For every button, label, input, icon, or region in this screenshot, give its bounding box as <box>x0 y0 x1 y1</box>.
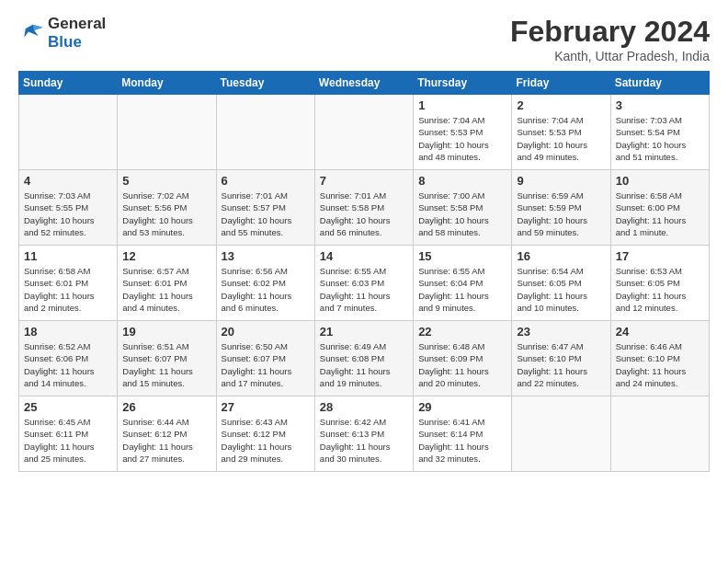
header-row: SundayMondayTuesdayWednesdayThursdayFrid… <box>19 72 710 95</box>
day-cell: 6Sunrise: 7:01 AM Sunset: 5:57 PM Daylig… <box>216 170 314 246</box>
day-number: 5 <box>122 174 210 188</box>
day-info: Sunrise: 6:53 AM Sunset: 6:05 PM Dayligh… <box>616 265 704 314</box>
day-info: Sunrise: 6:57 AM Sunset: 6:01 PM Dayligh… <box>122 265 210 314</box>
day-cell: 24Sunrise: 6:46 AM Sunset: 6:10 PM Dayli… <box>610 321 709 396</box>
day-number: 4 <box>24 174 112 188</box>
day-info: Sunrise: 7:03 AM Sunset: 5:55 PM Dayligh… <box>24 190 112 238</box>
day-number: 10 <box>616 174 704 188</box>
column-header-friday: Friday <box>512 72 610 95</box>
day-cell: 12Sunrise: 6:57 AM Sunset: 6:01 PM Dayli… <box>118 246 216 321</box>
day-number: 17 <box>616 249 704 263</box>
day-number: 26 <box>122 400 210 414</box>
day-number: 23 <box>517 325 605 339</box>
day-number: 9 <box>517 174 605 188</box>
day-number: 27 <box>222 400 310 414</box>
day-number: 3 <box>616 98 704 112</box>
week-row-4: 18Sunrise: 6:52 AM Sunset: 6:06 PM Dayli… <box>19 321 710 396</box>
day-number: 2 <box>517 98 605 112</box>
day-info: Sunrise: 6:55 AM Sunset: 6:03 PM Dayligh… <box>320 265 408 314</box>
day-cell: 8Sunrise: 7:00 AM Sunset: 5:58 PM Daylig… <box>414 170 512 246</box>
day-cell <box>610 396 709 472</box>
day-cell: 13Sunrise: 6:56 AM Sunset: 6:02 PM Dayli… <box>216 246 314 321</box>
week-row-1: 1Sunrise: 7:04 AM Sunset: 5:53 PM Daylig… <box>19 95 710 170</box>
day-number: 25 <box>24 400 112 414</box>
column-header-saturday: Saturday <box>610 72 709 95</box>
day-cell: 22Sunrise: 6:48 AM Sunset: 6:09 PM Dayli… <box>414 321 512 396</box>
logo-text: General Blue <box>48 15 106 52</box>
day-number: 29 <box>418 400 506 414</box>
day-cell: 4Sunrise: 7:03 AM Sunset: 5:55 PM Daylig… <box>19 170 118 246</box>
day-cell: 2Sunrise: 7:04 AM Sunset: 5:53 PM Daylig… <box>512 95 610 170</box>
day-cell: 17Sunrise: 6:53 AM Sunset: 6:05 PM Dayli… <box>610 246 709 321</box>
week-row-5: 25Sunrise: 6:45 AM Sunset: 6:11 PM Dayli… <box>19 396 710 472</box>
day-cell: 29Sunrise: 6:41 AM Sunset: 6:14 PM Dayli… <box>414 396 512 472</box>
day-cell: 20Sunrise: 6:50 AM Sunset: 6:07 PM Dayli… <box>216 321 314 396</box>
day-cell: 18Sunrise: 6:52 AM Sunset: 6:06 PM Dayli… <box>19 321 118 396</box>
day-number: 6 <box>222 174 310 188</box>
day-number: 28 <box>320 400 408 414</box>
day-number: 16 <box>517 249 605 263</box>
day-number: 18 <box>24 325 112 339</box>
day-cell: 26Sunrise: 6:44 AM Sunset: 6:12 PM Dayli… <box>118 396 216 472</box>
day-info: Sunrise: 6:58 AM Sunset: 6:00 PM Dayligh… <box>616 190 704 238</box>
day-info: Sunrise: 6:56 AM Sunset: 6:02 PM Dayligh… <box>222 265 310 314</box>
day-info: Sunrise: 6:48 AM Sunset: 6:09 PM Dayligh… <box>418 340 506 389</box>
day-number: 15 <box>418 249 506 263</box>
day-info: Sunrise: 6:42 AM Sunset: 6:13 PM Dayligh… <box>320 416 408 465</box>
day-info: Sunrise: 6:59 AM Sunset: 5:59 PM Dayligh… <box>517 190 605 238</box>
day-cell: 3Sunrise: 7:03 AM Sunset: 5:54 PM Daylig… <box>610 95 709 170</box>
day-info: Sunrise: 7:04 AM Sunset: 5:53 PM Dayligh… <box>517 114 605 163</box>
day-cell: 21Sunrise: 6:49 AM Sunset: 6:08 PM Dayli… <box>314 321 413 396</box>
day-info: Sunrise: 7:01 AM Sunset: 5:57 PM Dayligh… <box>222 190 310 238</box>
day-number: 13 <box>222 249 310 263</box>
day-info: Sunrise: 6:52 AM Sunset: 6:06 PM Dayligh… <box>24 340 112 389</box>
day-cell: 11Sunrise: 6:58 AM Sunset: 6:01 PM Dayli… <box>19 246 118 321</box>
day-number: 7 <box>320 174 408 188</box>
calendar-page: General Blue February 2024 Kanth, Uttar … <box>0 0 728 481</box>
day-info: Sunrise: 6:41 AM Sunset: 6:14 PM Dayligh… <box>418 416 506 465</box>
day-cell: 25Sunrise: 6:45 AM Sunset: 6:11 PM Dayli… <box>19 396 118 472</box>
day-number: 8 <box>418 174 506 188</box>
day-number: 12 <box>122 249 210 263</box>
day-info: Sunrise: 6:50 AM Sunset: 6:07 PM Dayligh… <box>222 340 310 389</box>
title-area: February 2024 Kanth, Uttar Pradesh, Indi… <box>510 15 710 63</box>
day-number: 21 <box>320 325 408 339</box>
day-info: Sunrise: 6:51 AM Sunset: 6:07 PM Dayligh… <box>122 340 210 389</box>
day-number: 14 <box>320 249 408 263</box>
day-cell: 19Sunrise: 6:51 AM Sunset: 6:07 PM Dayli… <box>118 321 216 396</box>
week-row-3: 11Sunrise: 6:58 AM Sunset: 6:01 PM Dayli… <box>19 246 710 321</box>
day-cell <box>216 95 314 170</box>
header: General Blue February 2024 Kanth, Uttar … <box>18 15 710 63</box>
location: Kanth, Uttar Pradesh, India <box>510 49 710 63</box>
month-title: February 2024 <box>510 15 710 49</box>
day-cell <box>118 95 216 170</box>
day-cell: 23Sunrise: 6:47 AM Sunset: 6:10 PM Dayli… <box>512 321 610 396</box>
day-info: Sunrise: 7:02 AM Sunset: 5:56 PM Dayligh… <box>122 190 210 238</box>
logo-icon <box>18 20 44 46</box>
day-info: Sunrise: 6:47 AM Sunset: 6:10 PM Dayligh… <box>517 340 605 389</box>
day-info: Sunrise: 6:49 AM Sunset: 6:08 PM Dayligh… <box>320 340 408 389</box>
day-cell <box>512 396 610 472</box>
logo: General Blue <box>18 15 106 52</box>
day-info: Sunrise: 6:45 AM Sunset: 6:11 PM Dayligh… <box>24 416 112 465</box>
day-info: Sunrise: 6:46 AM Sunset: 6:10 PM Dayligh… <box>616 340 704 389</box>
day-number: 22 <box>418 325 506 339</box>
column-header-monday: Monday <box>118 72 216 95</box>
day-number: 19 <box>122 325 210 339</box>
day-info: Sunrise: 6:58 AM Sunset: 6:01 PM Dayligh… <box>24 265 112 314</box>
day-number: 11 <box>24 249 112 263</box>
day-info: Sunrise: 7:00 AM Sunset: 5:58 PM Dayligh… <box>418 190 506 238</box>
day-cell: 7Sunrise: 7:01 AM Sunset: 5:58 PM Daylig… <box>314 170 413 246</box>
day-number: 24 <box>616 325 704 339</box>
day-info: Sunrise: 6:43 AM Sunset: 6:12 PM Dayligh… <box>222 416 310 465</box>
day-cell: 15Sunrise: 6:55 AM Sunset: 6:04 PM Dayli… <box>414 246 512 321</box>
day-cell: 10Sunrise: 6:58 AM Sunset: 6:00 PM Dayli… <box>610 170 709 246</box>
column-header-sunday: Sunday <box>19 72 118 95</box>
day-cell: 14Sunrise: 6:55 AM Sunset: 6:03 PM Dayli… <box>314 246 413 321</box>
day-info: Sunrise: 7:04 AM Sunset: 5:53 PM Dayligh… <box>418 114 506 163</box>
day-number: 20 <box>222 325 310 339</box>
day-cell: 16Sunrise: 6:54 AM Sunset: 6:05 PM Dayli… <box>512 246 610 321</box>
column-header-thursday: Thursday <box>414 72 512 95</box>
column-header-wednesday: Wednesday <box>314 72 413 95</box>
day-cell: 1Sunrise: 7:04 AM Sunset: 5:53 PM Daylig… <box>414 95 512 170</box>
